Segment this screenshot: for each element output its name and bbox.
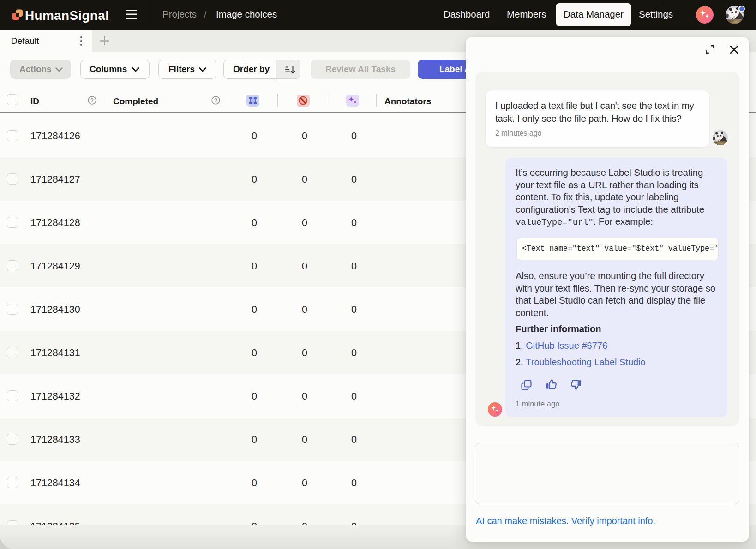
svg-text:?: ? <box>214 97 217 104</box>
svg-text:?: ? <box>90 97 94 104</box>
